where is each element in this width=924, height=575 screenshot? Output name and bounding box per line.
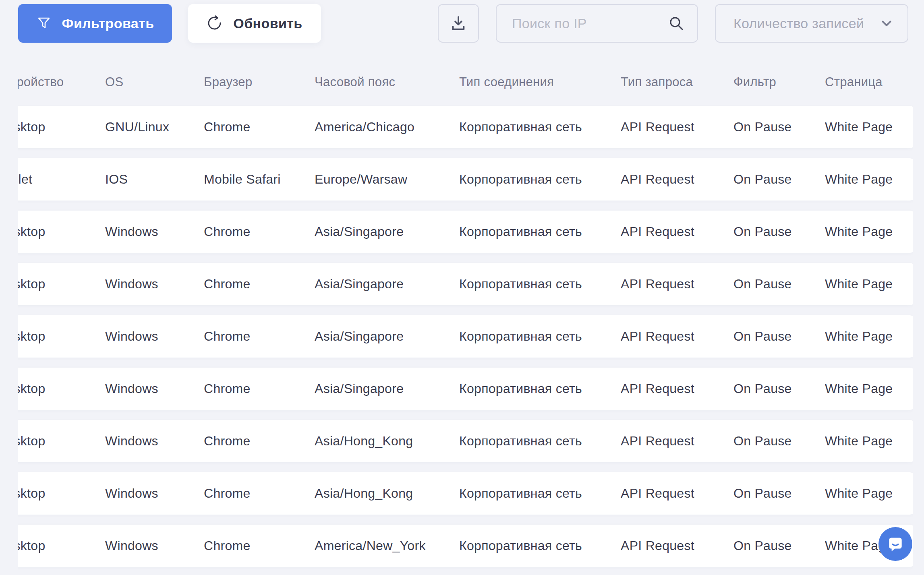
table-cell-timezone: Asia/Singapore <box>315 277 459 292</box>
funnel-icon <box>36 16 52 31</box>
table-cell-os: Windows <box>105 381 204 396</box>
table-cell-timezone: Europe/Warsaw <box>315 172 459 187</box>
table-cell-page: White Page <box>825 120 913 134</box>
table-cell-connection: Корпоративная сеть <box>459 172 621 187</box>
table-cell-os: IOS <box>105 172 204 187</box>
table-viewport: УстройствоOSБраузерЧасовой поясТип соеди… <box>18 66 913 575</box>
records-count-label: Количество записей <box>733 16 864 31</box>
table-row: DesktopWindowsChromeAsia/SingaporeКорпор… <box>18 315 913 358</box>
toolbar-left-group: Фильтровать Обновить <box>18 4 321 43</box>
table-cell-page: White Page <box>825 277 913 292</box>
table-row: DesktopWindowsChromeAmerica/New_YorkКорп… <box>18 525 913 567</box>
table-cell-browser: Chrome <box>204 381 315 396</box>
table-cell-page: White Page <box>825 434 913 449</box>
table-cell-os: Windows <box>105 329 204 344</box>
table-cell-os: Windows <box>105 224 204 239</box>
table-cell-page: White Page <box>825 329 913 344</box>
table-cell-device: Desktop <box>18 277 105 292</box>
search-box <box>496 4 698 43</box>
table-cell-connection: Корпоративная сеть <box>459 434 621 449</box>
table-cell-browser: Chrome <box>204 277 315 292</box>
column-header-filter: Фильтр <box>733 75 825 89</box>
table-cell-page: White Page <box>825 224 913 239</box>
toolbar-right-group: Количество записей <box>438 4 908 43</box>
table-row: DesktopWindowsChromeAsia/SingaporeКорпор… <box>18 263 913 305</box>
table-cell-device: Desktop <box>18 381 105 396</box>
chat-launcher-button[interactable] <box>878 527 912 561</box>
table-cell-os: Windows <box>105 486 204 501</box>
table-cell-request: API Request <box>621 277 733 292</box>
table-cell-filter: On Pause <box>733 538 825 553</box>
table-cell-request: API Request <box>621 434 733 449</box>
table-header-row: УстройствоOSБраузерЧасовой поясТип соеди… <box>18 66 913 98</box>
table-cell-device: Desktop <box>18 538 105 553</box>
table-row: TabletIOSMobile SafariEurope/WarsawКорпо… <box>18 158 913 201</box>
toolbar: Фильтровать Обновить <box>18 4 908 43</box>
table-cell-browser: Mobile Safari <box>204 172 315 187</box>
table-cell-filter: On Pause <box>733 381 825 396</box>
table-row: DesktopGNU/LinuxChromeAmerica/ChicagoКор… <box>18 106 913 148</box>
column-header-browser: Браузер <box>204 75 315 89</box>
column-header-request: Тип запроса <box>621 75 733 89</box>
table-cell-filter: On Pause <box>733 120 825 134</box>
table-cell-page: White Page <box>825 381 913 396</box>
table-cell-request: API Request <box>621 172 733 187</box>
table-cell-browser: Chrome <box>204 224 315 239</box>
search-icon[interactable] <box>667 14 685 32</box>
column-header-connection: Тип соединения <box>459 75 621 89</box>
table-cell-request: API Request <box>621 120 733 134</box>
table-cell-device: Desktop <box>18 224 105 239</box>
table-cell-connection: Корпоративная сеть <box>459 120 621 134</box>
table-cell-browser: Chrome <box>204 538 315 553</box>
search-input[interactable] <box>511 15 667 32</box>
table-cell-filter: On Pause <box>733 172 825 187</box>
table-cell-filter: On Pause <box>733 434 825 449</box>
table-cell-timezone: Asia/Hong_Kong <box>315 486 459 501</box>
table-cell-filter: On Pause <box>733 224 825 239</box>
table-cell-filter: On Pause <box>733 486 825 501</box>
table-cell-device: Desktop <box>18 434 105 449</box>
table-cell-request: API Request <box>621 224 733 239</box>
filter-button[interactable]: Фильтровать <box>18 4 172 43</box>
table-cell-connection: Корпоративная сеть <box>459 224 621 239</box>
table-cell-filter: On Pause <box>733 329 825 344</box>
column-header-page: Страница <box>825 75 913 89</box>
table-row: DesktopWindowsChromeAsia/SingaporeКорпор… <box>18 368 913 410</box>
column-header-os: OS <box>105 75 204 89</box>
table-cell-connection: Корпоративная сеть <box>459 277 621 292</box>
table-cell-device: Desktop <box>18 329 105 344</box>
table-row: DesktopWindowsChromeAsia/Hong_KongКорпор… <box>18 420 913 462</box>
table-cell-filter: On Pause <box>733 277 825 292</box>
table-cell-request: API Request <box>621 538 733 553</box>
table-cell-connection: Корпоративная сеть <box>459 329 621 344</box>
table-cell-timezone: America/Chicago <box>315 120 459 134</box>
refresh-icon <box>207 15 223 31</box>
table-cell-browser: Chrome <box>204 120 315 134</box>
chat-bubble-icon <box>885 534 905 554</box>
table-cell-timezone: Asia/Hong_Kong <box>315 434 459 449</box>
table-row: DesktopWindowsChromeAsia/Hong_KongКорпор… <box>18 472 913 515</box>
column-header-device: Устройство <box>18 75 105 89</box>
table-cell-connection: Корпоративная сеть <box>459 538 621 553</box>
table-cell-browser: Chrome <box>204 486 315 501</box>
table-cell-os: GNU/Linux <box>105 120 204 134</box>
table-cell-browser: Chrome <box>204 329 315 344</box>
download-icon <box>450 14 467 32</box>
table-cell-device: Desktop <box>18 486 105 501</box>
download-button[interactable] <box>438 4 479 43</box>
table-cell-page: White Page <box>825 172 913 187</box>
table-cell-request: API Request <box>621 329 733 344</box>
table-cell-os: Windows <box>105 277 204 292</box>
table-row: DesktopWindowsChromeAsia/SingaporeКорпор… <box>18 211 913 253</box>
table-cell-browser: Chrome <box>204 434 315 449</box>
refresh-button[interactable]: Обновить <box>188 4 321 43</box>
table-cell-timezone: Asia/Singapore <box>315 224 459 239</box>
records-count-select[interactable]: Количество записей <box>715 4 908 43</box>
refresh-button-label: Обновить <box>233 16 302 31</box>
table-cell-connection: Корпоративная сеть <box>459 486 621 501</box>
table-body: DesktopGNU/LinuxChromeAmerica/ChicagoКор… <box>18 106 913 567</box>
table-cell-timezone: America/New_York <box>315 538 459 553</box>
table-cell-device: Tablet <box>18 172 105 187</box>
table-cell-device: Desktop <box>18 120 105 134</box>
table-cell-request: API Request <box>621 381 733 396</box>
